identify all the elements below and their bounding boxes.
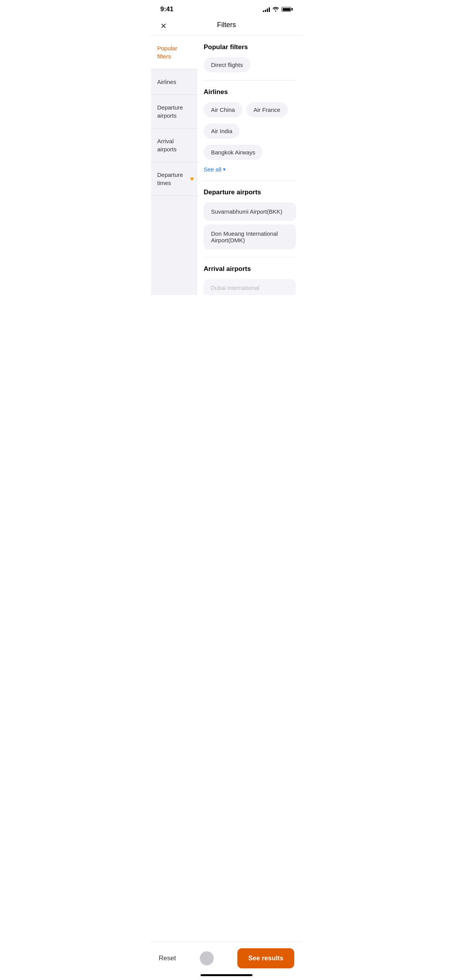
- sidebar-item-airlines[interactable]: Airlines: [151, 69, 197, 95]
- sidebar: Popular filters Airlines Departure airpo…: [151, 36, 197, 295]
- departure-airports-section: Departure airports Suvarnabhumi Airport(…: [204, 188, 296, 249]
- sidebar-item-arrival-airports[interactable]: Arrival airports: [151, 128, 197, 162]
- direct-flights-chip[interactable]: Direct flights: [204, 57, 251, 72]
- status-time: 9:41: [160, 5, 173, 13]
- popular-filters-title: Popular filters: [204, 43, 296, 51]
- status-icons: [263, 6, 293, 13]
- chevron-down-icon: ▾: [223, 166, 226, 172]
- popular-filter-chips: Direct flights: [204, 57, 296, 72]
- header: ✕ Filters: [151, 16, 302, 36]
- dmk-airport-chip[interactable]: Don Mueang International Airport(DMK): [204, 224, 296, 249]
- air-china-chip[interactable]: Air China: [204, 102, 242, 117]
- divider-2: [204, 180, 296, 181]
- dot-indicator: [190, 177, 194, 180]
- wifi-icon: [272, 6, 279, 13]
- airline-chips-row3: Bangkok Airways: [204, 145, 296, 160]
- content-area: Popular filters Direct flights Airlines …: [197, 36, 302, 295]
- arrival-airports-section: Arrival airports Dubai International: [204, 265, 296, 295]
- sidebar-item-departure-times[interactable]: Departure times: [151, 162, 197, 196]
- status-bar: 9:41: [151, 0, 302, 16]
- see-all-button[interactable]: See all ▾: [204, 166, 296, 173]
- airlines-title: Airlines: [204, 88, 296, 96]
- divider-3: [204, 257, 296, 257]
- departure-airports-title: Departure airports: [204, 188, 296, 196]
- bangkok-airways-chip[interactable]: Bangkok Airways: [204, 145, 263, 160]
- battery-icon: [281, 7, 293, 12]
- popular-filters-section: Popular filters Direct flights: [204, 43, 296, 72]
- dubai-airport-preview: Dubai International: [204, 279, 296, 295]
- signal-icon: [263, 7, 270, 12]
- airline-chips-row1: Air China Air France: [204, 102, 296, 117]
- divider-1: [204, 80, 296, 81]
- arrival-airports-title: Arrival airports: [204, 265, 296, 273]
- sidebar-item-departure-airports[interactable]: Departure airports: [151, 95, 197, 128]
- air-india-chip[interactable]: Air India: [204, 123, 240, 139]
- close-button[interactable]: ✕: [159, 20, 168, 32]
- air-france-chip[interactable]: Air France: [246, 102, 288, 117]
- main-container: Popular filters Airlines Departure airpo…: [151, 36, 302, 295]
- sidebar-item-popular[interactable]: Popular filters: [151, 36, 197, 69]
- bkk-airport-chip[interactable]: Suvarnabhumi Airport(BKK): [204, 202, 296, 221]
- header-title: Filters: [217, 21, 236, 29]
- airline-chips-row2: Air India: [204, 123, 296, 139]
- airlines-section: Airlines Air China Air France Air India …: [204, 88, 296, 173]
